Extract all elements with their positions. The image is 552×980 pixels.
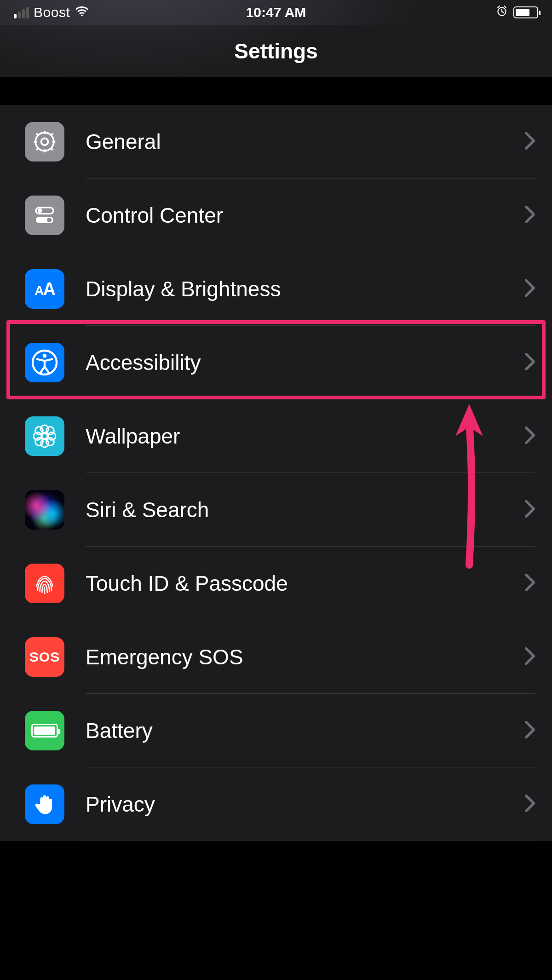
page-title: Settings xyxy=(234,39,317,63)
accessibility-icon xyxy=(25,343,64,382)
row-label: General xyxy=(86,129,525,154)
hand-icon xyxy=(25,784,64,824)
settings-row-battery[interactable]: Battery xyxy=(0,694,552,767)
svg-point-7 xyxy=(47,218,52,222)
svg-point-10 xyxy=(42,433,47,439)
chevron-right-icon xyxy=(525,206,535,225)
chevron-right-icon xyxy=(525,647,535,667)
flower-icon xyxy=(25,416,64,456)
row-label: Accessibility xyxy=(86,350,525,375)
settings-row-privacy[interactable]: Privacy xyxy=(0,767,552,841)
fingerprint-icon xyxy=(25,564,64,603)
chevron-right-icon xyxy=(525,132,535,151)
chevron-right-icon xyxy=(525,353,535,372)
row-label: Wallpaper xyxy=(86,424,525,449)
svg-point-3 xyxy=(35,133,54,151)
status-bar: Boost 10:47 AM xyxy=(0,0,552,25)
aa-icon: AA xyxy=(25,269,64,309)
battery-icon xyxy=(513,6,538,18)
settings-row-general[interactable]: General xyxy=(0,105,552,179)
gear-icon xyxy=(25,122,64,161)
settings-row-touchid[interactable]: Touch ID & Passcode xyxy=(0,547,552,620)
row-label: Siri & Search xyxy=(86,497,525,522)
settings-row-display[interactable]: AA Display & Brightness xyxy=(0,252,552,326)
row-label: Privacy xyxy=(86,792,525,817)
row-label: Battery xyxy=(86,718,525,743)
chevron-right-icon xyxy=(525,279,535,299)
settings-row-siri[interactable]: Siri & Search xyxy=(0,473,552,547)
row-label: Touch ID & Passcode xyxy=(86,571,525,596)
row-label: Control Center xyxy=(86,203,525,228)
settings-row-sos[interactable]: SOS Emergency SOS xyxy=(0,620,552,694)
siri-icon xyxy=(25,490,64,530)
row-label: Emergency SOS xyxy=(86,645,525,669)
section-gap xyxy=(0,77,552,105)
nav-bar: Settings xyxy=(0,25,552,77)
settings-row-control-center[interactable]: Control Center xyxy=(0,179,552,252)
settings-row-wallpaper[interactable]: Wallpaper xyxy=(0,399,552,473)
chevron-right-icon xyxy=(525,500,535,519)
toggles-icon xyxy=(25,196,64,235)
settings-row-accessibility[interactable]: Accessibility xyxy=(0,326,552,399)
sos-icon: SOS xyxy=(25,637,64,677)
battery-icon xyxy=(25,711,64,750)
bottom-gap xyxy=(0,841,552,961)
svg-point-9 xyxy=(43,354,47,358)
chevron-right-icon xyxy=(525,795,535,814)
chevron-right-icon xyxy=(525,721,535,740)
svg-point-5 xyxy=(38,208,42,213)
status-time: 10:47 AM xyxy=(0,5,552,20)
chevron-right-icon xyxy=(525,427,535,446)
row-label: Display & Brightness xyxy=(86,277,525,301)
chevron-right-icon xyxy=(525,574,535,593)
svg-point-2 xyxy=(41,138,48,145)
settings-list: General Control Center AA xyxy=(0,105,552,841)
